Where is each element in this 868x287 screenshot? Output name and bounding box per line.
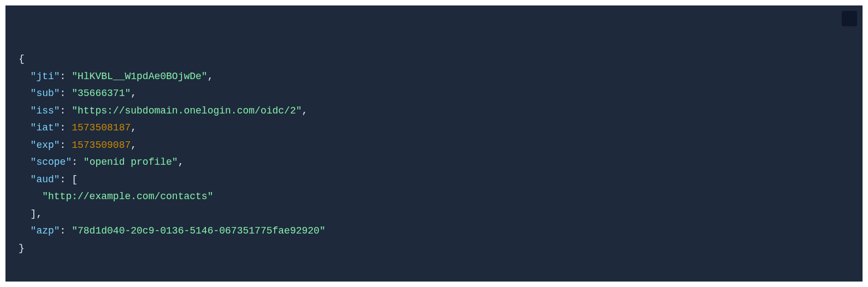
key-aud: "aud" (31, 174, 60, 185)
val-aud-0: "http://example.com/contacts" (42, 191, 213, 202)
colon: : (60, 71, 72, 82)
bracket-close: ] (31, 208, 37, 219)
colon: : (60, 174, 72, 185)
brace-open: { (19, 53, 25, 64)
colon: : (72, 157, 84, 168)
key-iat: "iat" (31, 122, 60, 133)
copy-button[interactable] (842, 11, 857, 26)
val-iss: "https://subdomain.onelogin.com/oidc/2" (72, 105, 302, 116)
key-scope: "scope" (31, 157, 72, 168)
comma: , (131, 122, 137, 133)
key-iss: "iss" (31, 105, 60, 116)
val-scope: "openid profile" (84, 157, 178, 168)
val-azp: "78d1d040-20c9-0136-5146-067351775fae929… (72, 225, 325, 236)
colon: : (60, 140, 72, 151)
colon: : (60, 88, 72, 99)
val-sub: "35666371" (72, 88, 131, 99)
key-exp: "exp" (31, 140, 60, 151)
val-jti: "HlKVBL__W1pdAe0BOjwDe" (72, 71, 207, 82)
comma: , (36, 208, 42, 219)
val-exp: 1573509087 (72, 140, 131, 151)
val-iat: 1573508187 (72, 122, 131, 133)
brace-close: } (19, 243, 25, 254)
key-azp: "azp" (31, 225, 60, 236)
colon: : (60, 122, 72, 133)
bracket-open: [ (72, 174, 78, 185)
code-block: {"jti": "HlKVBL__W1pdAe0BOjwDe","sub": "… (5, 5, 863, 282)
colon: : (60, 225, 72, 236)
comma: , (131, 88, 137, 99)
copy-icon (827, 5, 863, 44)
key-jti: "jti" (31, 71, 60, 82)
key-sub: "sub" (31, 88, 60, 99)
comma: , (302, 105, 308, 116)
comma: , (178, 157, 184, 168)
comma: , (131, 140, 137, 151)
comma: , (208, 71, 214, 82)
colon: : (60, 105, 72, 116)
